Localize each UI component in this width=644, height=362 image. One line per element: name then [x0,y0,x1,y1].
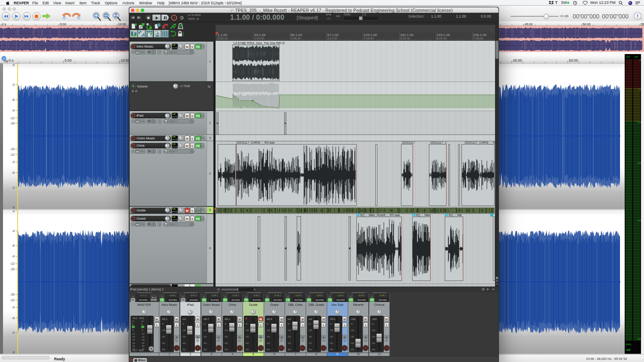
svg-text:-24: -24 [132,338,135,341]
svg-text:1.1.00: 1.1.00 [218,33,228,37]
svg-text:-54-: -54- [245,348,249,351]
svg-text:-12: -12 [10,153,15,157]
svg-text:-30-: -30- [308,335,313,338]
svg-text:-18: -18 [141,335,144,338]
svg-text:-6-: -6- [287,323,290,325]
svg-text:-15: -15 [10,121,15,125]
svg-text:ROUTE: ROUTE [172,146,177,148]
svg-text:0: 0 [13,63,15,67]
svg-text:0: 0 [13,350,15,354]
svg-text:-6: -6 [638,88,641,90]
svg-text:-42-: -42- [266,342,270,344]
svg-text:-18-: -18- [161,329,166,332]
svg-text:-30-: -30- [161,335,166,338]
svg-text:-12: -12 [132,332,135,335]
svg-text:-12: -12 [10,262,15,265]
svg-text:-30-: -30- [287,335,292,338]
svg-text:-inf: -inf [287,318,291,320]
svg-text:-inf: -inf [308,318,312,320]
svg-text:-42-: -42- [287,342,292,344]
svg-text:50:00: 50:00 [583,22,591,26]
svg-text:-18: -18 [132,335,135,338]
svg-text:5:00: 5:00 [65,58,72,63]
svg-text:-18-: -18- [182,329,186,332]
svg-text:-54-: -54- [371,348,376,351]
svg-text:-36: -36 [141,345,144,347]
svg-text:-30-: -30- [371,335,376,338]
svg-text:-54-: -54- [308,348,313,351]
svg-text:-18-: -18- [350,329,355,332]
svg-text:-78.1 -78.6: -78.1 -78.6 [132,317,144,320]
svg-text:-15: -15 [10,267,15,271]
svg-text:K: K [182,34,184,36]
svg-text:-24: -24 [141,338,144,341]
svg-text:-85.1: -85.1 [224,318,230,320]
svg-text:-12: -12 [637,121,641,124]
svg-text:-inf: -inf [634,55,638,58]
svg-text:0: 0 [13,205,15,209]
svg-text:129.1.00: 129.1.00 [364,33,377,37]
svg-text:1: 1 [158,24,160,27]
svg-text:-3: -3 [12,229,15,233]
svg-text:5:00: 5:00 [60,22,67,26]
svg-text:-30-: -30- [182,335,186,338]
svg-text:-6: -6 [141,329,143,332]
svg-text:-30: -30 [637,219,641,222]
svg-text:-54-: -54- [266,348,270,351]
svg-text:-54-: -54- [329,348,334,351]
svg-text:-6: -6 [12,98,15,102]
svg-text:-9: -9 [12,254,15,258]
svg-text:-9: -9 [12,160,15,164]
svg-text:ROUTE: ROUTE [172,139,177,140]
svg-text:-20: -20 [637,162,641,164]
svg-text:65.1.00: 65.1.00 [291,33,302,37]
svg-text:-42-: -42- [308,342,313,344]
svg-text:-12: -12 [10,298,15,302]
svg-text:-6-: -6- [329,323,332,325]
svg-text:-30-: -30- [224,335,228,338]
svg-text:-18-: -18- [287,329,292,332]
svg-text:-42-: -42- [371,342,376,344]
svg-text:-54-: -54- [287,348,292,351]
svg-text:-inf: -inf [626,55,630,58]
svg-text:RMS: RMS [626,343,631,346]
svg-text:-6-: -6- [266,323,269,325]
svg-text:-9: -9 [12,109,15,112]
svg-text:-6-: -6- [203,323,206,325]
svg-text:-60: -60 [637,338,641,340]
svg-text:ROUTE: ROUTE [172,116,177,118]
svg-text:-30: -30 [132,342,135,344]
svg-text:-18-: -18- [224,329,228,332]
svg-text:50:00: 50:00 [569,58,578,63]
svg-text:0 s: 0 s [9,58,13,63]
svg-text:-42-: -42- [182,342,186,344]
svg-text:-42-: -42- [350,342,355,344]
svg-text:-82.4: -82.4 [266,318,272,320]
svg-text:-6: -6 [12,171,15,175]
svg-text:193.1.00: 193.1.00 [437,33,450,37]
svg-text:-6: -6 [12,244,15,247]
svg-text:-6-: -6- [182,323,185,325]
svg-text:-54-: -54- [203,348,207,351]
svg-text:-6-: -6- [350,323,353,325]
svg-text:-6-: -6- [161,323,164,325]
svg-text:0: 0 [13,210,15,213]
svg-text:-15: -15 [10,293,15,296]
svg-text:-15: -15 [10,147,15,151]
svg-text:-90.7: -90.7 [203,318,209,320]
svg-text:-119: -119 [350,318,355,320]
svg-text:-6-: -6- [371,323,374,325]
svg-text:45:00: 45:00 [525,22,533,26]
svg-text:ROUTE: ROUTE [172,219,177,221]
svg-text:-12: -12 [10,116,15,120]
svg-text:-30-: -30- [350,335,355,338]
svg-text:-42-: -42- [245,342,249,344]
svg-text:-18-: -18- [203,329,207,332]
svg-text:-6: -6 [12,316,15,320]
svg-text:6: 6 [141,323,143,326]
svg-text:-12: -12 [141,332,144,335]
svg-text:12: 12 [141,320,144,323]
svg-text:-54-: -54- [350,348,355,351]
svg-text:-36: -36 [132,345,135,347]
svg-text:-18-: -18- [308,329,313,332]
